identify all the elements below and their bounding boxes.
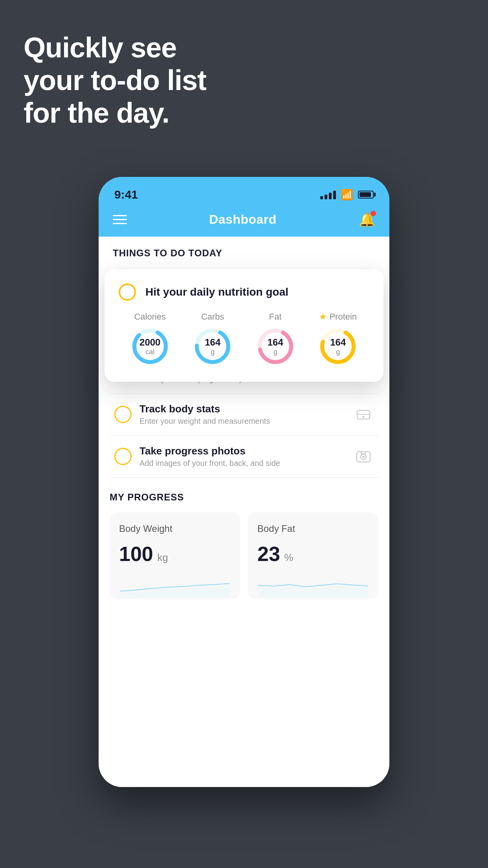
- things-to-do-heading: THINGS TO DO TODAY: [99, 237, 389, 265]
- todo-text-body-stats: Track body stats Enter your weight and m…: [139, 403, 345, 426]
- app-header: Dashboard 🔔: [99, 205, 389, 237]
- ring-calories-unit: cal: [139, 348, 160, 356]
- ring-carbs-chart: 164 g: [193, 327, 232, 366]
- nutrition-rings: Calories 2000 cal Carbs: [119, 312, 369, 366]
- body-fat-title: Body Fat: [257, 523, 369, 534]
- todo-sub-body-stats: Enter your weight and measurements: [139, 417, 345, 426]
- ring-fat-value: 164: [268, 337, 283, 348]
- todo-sub-photos: Add images of your front, back, and side: [139, 459, 345, 468]
- status-bar: 9:41 📶: [99, 177, 389, 205]
- ring-label-protein: ★ Protein: [319, 312, 357, 322]
- ring-calories-value: 2000: [139, 337, 160, 348]
- progress-heading: MY PROGRESS: [110, 492, 378, 503]
- star-icon: ★: [319, 312, 327, 322]
- body-weight-value: 100: [119, 542, 153, 565]
- body-weight-unit: kg: [157, 552, 168, 563]
- body-fat-value-row: 23 %: [257, 542, 369, 566]
- svg-point-2: [363, 416, 365, 418]
- notification-button[interactable]: 🔔: [359, 211, 375, 227]
- ring-calories-chart: 2000 cal: [130, 327, 170, 366]
- body-fat-unit: %: [284, 552, 293, 563]
- nutrition-card[interactable]: Hit your daily nutrition goal Calories 2…: [105, 269, 383, 382]
- status-icons: 📶: [320, 189, 374, 201]
- nutrition-check-circle: [119, 283, 136, 301]
- ring-protein-chart: 164 g: [318, 327, 358, 366]
- ring-protein: ★ Protein 164 g: [318, 312, 358, 366]
- ring-protein-value-group: 164 g: [330, 337, 346, 356]
- ring-protein-value: 164: [330, 337, 346, 348]
- body-weight-title: Body Weight: [119, 523, 231, 534]
- photo-icon: [353, 446, 374, 467]
- battery-icon: [358, 191, 374, 199]
- ring-fat-unit: g: [268, 348, 283, 356]
- nutrition-card-title: Hit your daily nutrition goal: [145, 286, 288, 298]
- header-title: Dashboard: [209, 212, 277, 227]
- todo-circle-body-stats: [114, 406, 132, 423]
- status-time: 9:41: [114, 188, 138, 201]
- hero-text: Quickly see your to-do list for the day.: [24, 31, 206, 129]
- notification-badge: [371, 211, 376, 216]
- nutrition-card-header: Hit your daily nutrition goal: [119, 283, 369, 301]
- wifi-icon: 📶: [341, 189, 353, 201]
- ring-carbs: Carbs 164 g: [193, 312, 232, 366]
- ring-label-carbs: Carbs: [201, 312, 224, 322]
- ring-calories-value-group: 2000 cal: [139, 337, 160, 356]
- signal-icon: [320, 190, 336, 199]
- body-weight-sparkline: [119, 574, 231, 597]
- ring-carbs-unit: g: [205, 348, 220, 356]
- ring-label-calories: Calories: [134, 312, 166, 322]
- menu-button[interactable]: [113, 215, 127, 224]
- progress-section: MY PROGRESS Body Weight 100 kg B: [99, 478, 389, 610]
- body-fat-card[interactable]: Body Fat 23 %: [248, 512, 378, 599]
- ring-carbs-value: 164: [205, 337, 220, 348]
- todo-name-body-stats: Track body stats: [139, 403, 345, 415]
- body-weight-card[interactable]: Body Weight 100 kg: [110, 512, 240, 599]
- hero-line2: your to-do list: [24, 64, 206, 97]
- scale-icon: [353, 404, 374, 425]
- ring-label-fat: Fat: [269, 312, 282, 322]
- svg-rect-6: [361, 452, 366, 454]
- body-fat-sparkline: [257, 574, 369, 597]
- ring-fat-value-group: 164 g: [268, 337, 283, 356]
- ring-fat: Fat 164 g: [256, 312, 295, 366]
- todo-name-photos: Take progress photos: [139, 445, 345, 457]
- ring-calories: Calories 2000 cal: [130, 312, 170, 366]
- hero-line1: Quickly see: [24, 31, 206, 64]
- progress-cards: Body Weight 100 kg Body Fat 23 %: [110, 512, 378, 599]
- body-fat-value: 23: [257, 542, 280, 565]
- todo-item-body-stats[interactable]: Track body stats Enter your weight and m…: [110, 394, 378, 436]
- todo-text-photos: Take progress photos Add images of your …: [139, 445, 345, 468]
- body-weight-value-row: 100 kg: [119, 542, 231, 566]
- phone-frame: 9:41 📶 Dashboard 🔔 THINGS TO DO TODAY: [99, 177, 389, 787]
- todo-circle-photos: [114, 448, 132, 465]
- svg-point-5: [362, 456, 365, 458]
- ring-protein-unit: g: [330, 348, 346, 356]
- ring-carbs-value-group: 164 g: [205, 337, 220, 356]
- todo-item-photos[interactable]: Take progress photos Add images of your …: [110, 436, 378, 478]
- ring-fat-chart: 164 g: [256, 327, 295, 366]
- hero-line3: for the day.: [24, 97, 206, 129]
